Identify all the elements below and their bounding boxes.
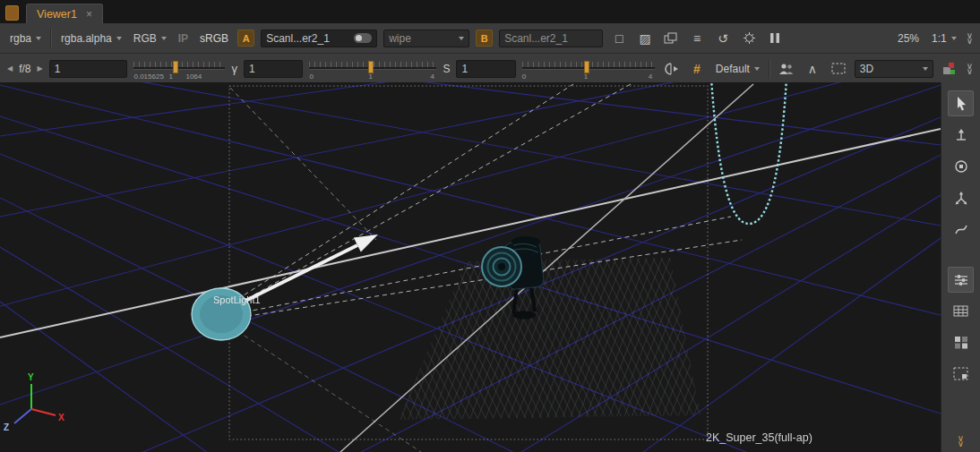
interaction-mode-dropdown[interactable]: Default — [713, 61, 762, 77]
list-icon[interactable]: ≡ — [687, 28, 707, 49]
layer-dropdown[interactable]: rgba — [7, 30, 44, 47]
wipe-dropdown-label: wipe — [389, 32, 411, 45]
wave-icon[interactable]: ∧ — [803, 58, 822, 80]
colorspace-button[interactable]: sRGB — [197, 32, 231, 45]
gamma-tick-label: 0 — [309, 72, 313, 81]
3d-viewport[interactable]: SpotLight1 2K_Super_35(full-ap) Y X Z — [0, 82, 941, 452]
gamma-tick-label: 4 — [430, 72, 434, 81]
pane-menu-icon[interactable] — [5, 5, 19, 21]
rotate-tool-button[interactable] — [948, 153, 974, 179]
translate-tool-button[interactable] — [948, 122, 974, 148]
saturation-input[interactable]: 1 — [456, 60, 515, 78]
next-aperture-icon[interactable]: ▶ — [38, 64, 43, 72]
chevron: ∨ — [958, 441, 964, 447]
shaded-mode-button[interactable] — [948, 329, 974, 355]
display-sliders-button[interactable] — [948, 267, 974, 293]
tab-title: Viewer1 — [37, 8, 77, 21]
gain-slider-handle[interactable] — [173, 61, 178, 73]
tab-bar: Viewer1 × — [0, 0, 980, 23]
prev-aperture-icon[interactable]: ◀ — [7, 64, 13, 72]
saturation-tick-label: 1 — [584, 72, 588, 81]
stack-views-icon[interactable] — [661, 28, 681, 49]
gain-slider-track — [133, 67, 225, 70]
3d-tool-column: ∨ ∨ — [941, 82, 980, 452]
input-a-value: Scanl...er2_1 — [266, 32, 330, 45]
interaction-mode-label: Default — [716, 63, 750, 75]
stack-views-glyph — [664, 32, 678, 45]
wipe-dropdown[interactable]: wipe — [383, 30, 469, 47]
pause-icon[interactable] — [765, 28, 785, 49]
alpha-dropdown[interactable]: rgba.alpha — [58, 30, 125, 47]
marquee-glyph — [831, 63, 846, 74]
chevron-down-icon — [754, 67, 760, 71]
marquee-icon[interactable] — [829, 58, 848, 80]
controls-right-group: ∨ ∨ — [940, 58, 973, 80]
gain-input[interactable]: 1 — [49, 60, 128, 78]
saturation-slider-handle[interactable] — [584, 61, 589, 73]
curve-tool-button[interactable] — [948, 216, 974, 242]
top-right-group: 25% 1:1 ∨ ∨ — [895, 30, 973, 47]
input-a-toggle[interactable] — [354, 33, 372, 43]
checker-overlay-icon[interactable]: ▨ — [635, 28, 655, 49]
alpha-dropdown-label: rgba.alpha — [61, 32, 112, 45]
input-a-badge[interactable]: A — [237, 30, 254, 47]
view-mode-label: 3D — [860, 63, 873, 75]
ip-toggle-button[interactable]: IP — [176, 32, 191, 45]
sliders-icon — [953, 273, 969, 287]
gamma-slider-handle[interactable] — [368, 61, 374, 73]
axis-y-label: Y — [28, 372, 34, 382]
gain-tick-label: 0.015625 — [133, 72, 163, 81]
gear-glyph — [743, 31, 756, 45]
gain-tick-label: 1 — [168, 72, 172, 81]
gamma-tick-label: 1 — [368, 72, 372, 81]
display-mode-label: RGB — [133, 32, 157, 45]
gain-tick-label: 1064 — [185, 72, 202, 81]
zoom-dropdown[interactable]: 25% — [895, 30, 922, 47]
input-b-select[interactable]: Scanl...er2_1 — [499, 30, 603, 47]
chevron-down-icon — [116, 37, 122, 40]
chevron-down-icon — [923, 67, 928, 71]
translate-icon — [954, 128, 968, 142]
saturation-slider[interactable]: 0 1 4 — [522, 55, 655, 82]
side-expand-icon[interactable]: ∨ ∨ — [958, 436, 964, 447]
viewer-toolbar-top: rgba rgba.alpha RGB IP sRGB A Scanl...er… — [0, 23, 980, 54]
chevron: ∨ — [967, 38, 973, 44]
aperture-label[interactable]: f/8 — [19, 63, 30, 75]
proxy-ratio-dropdown[interactable]: 1:1 — [929, 30, 959, 47]
gain-slider[interactable]: 0.015625 1 1064 — [133, 55, 225, 82]
wireframe-mode-button[interactable] — [948, 298, 974, 324]
controls-expand-icon[interactable]: ∨ ∨ — [967, 64, 973, 74]
gamma-input[interactable]: 1 — [244, 60, 303, 78]
saturation-tick-label: 0 — [522, 72, 526, 81]
toolbar-expand-icon[interactable]: ∨ ∨ — [967, 33, 973, 44]
marquee-select-button[interactable] — [948, 361, 974, 387]
people-icon[interactable] — [777, 58, 796, 80]
input-a-select[interactable]: Scanl...er2_1 — [261, 30, 377, 47]
spotlight-label: SpotLight1 — [213, 294, 261, 305]
color-sample-icon[interactable] — [940, 58, 959, 80]
input-b-value: Scanl...er2_1 — [504, 32, 568, 45]
proxy-ratio: 1:1 — [932, 32, 947, 45]
grid-toggle-icon[interactable]: # — [687, 58, 707, 80]
chevron-down-icon — [459, 37, 464, 40]
display-mode-dropdown[interactable]: RGB — [131, 30, 169, 47]
gear-icon[interactable] — [739, 28, 759, 49]
pause-glyph — [769, 32, 780, 44]
tab-viewer1[interactable]: Viewer1 × — [26, 4, 103, 23]
gamma-value: 1 — [249, 63, 255, 75]
layer-dropdown-label: rgba — [10, 32, 31, 45]
chevron-down-icon — [36, 37, 41, 40]
viewer-toolbar-controls: ◀ f/8 ▶ 1 0.015625 1 1064 γ 1 0 1 4 S 1 … — [0, 54, 980, 84]
select-tool-button[interactable] — [948, 90, 974, 116]
input-b-badge[interactable]: B — [476, 30, 493, 47]
cursor-icon — [954, 96, 968, 111]
wireframe-grid-icon — [953, 304, 968, 318]
tab-close-icon[interactable]: × — [86, 9, 92, 20]
headlamp-glyph — [663, 62, 678, 76]
refresh-icon[interactable]: ↺ — [713, 28, 733, 49]
headlamp-icon[interactable] — [661, 58, 681, 80]
view-mode-dropdown[interactable]: 3D — [855, 60, 933, 78]
scale-tool-button[interactable] — [948, 184, 974, 210]
full-frame-icon[interactable]: □ — [609, 28, 629, 49]
gamma-slider[interactable]: 0 1 4 — [309, 55, 436, 82]
